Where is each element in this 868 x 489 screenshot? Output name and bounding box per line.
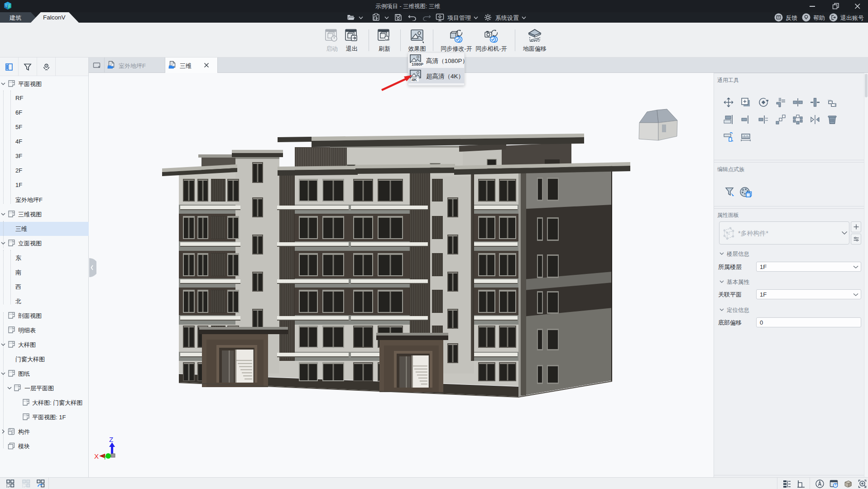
svg-text:1080P: 1080P	[412, 62, 423, 67]
